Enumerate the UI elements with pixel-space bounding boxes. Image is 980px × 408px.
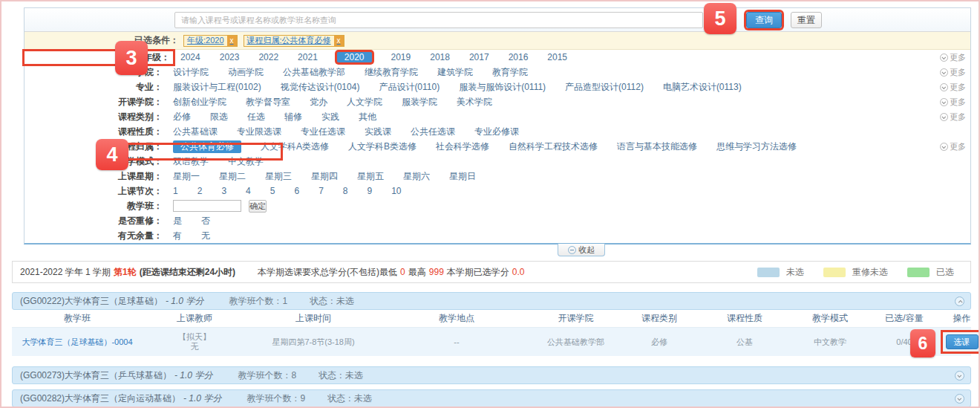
more-link[interactable]: 更多 bbox=[940, 52, 966, 63]
filter-option[interactable]: 必修 bbox=[173, 111, 191, 123]
filter-option[interactable]: 教育学院 bbox=[492, 66, 528, 79]
filter-option[interactable]: 自然科学工程技术选修 bbox=[509, 140, 598, 153]
remove-condition-icon[interactable]: x bbox=[334, 36, 344, 46]
filter-option[interactable]: 思维与学习方法选修 bbox=[716, 140, 797, 153]
filter-option[interactable]: 2024 bbox=[180, 52, 200, 62]
filter-option[interactable]: 其他 bbox=[359, 111, 376, 123]
filter-option[interactable]: 星期二 bbox=[219, 170, 246, 183]
class-name-link[interactable]: 大学体育三（足球基础）-0004 bbox=[22, 337, 132, 346]
condition-tag[interactable]: 年级:2020x bbox=[183, 35, 238, 47]
filter-option[interactable]: 专业限选课 bbox=[237, 126, 281, 138]
filter-option[interactable]: 3 bbox=[221, 186, 226, 196]
filter-panel: 查询 重置 已选条件： 年级:2020x课程归属:公共体育必修x 年级：2024… bbox=[24, 7, 971, 245]
confirm-button[interactable]: 确定 bbox=[249, 200, 267, 213]
query-button[interactable]: 查询 bbox=[746, 12, 782, 28]
search-input[interactable] bbox=[174, 12, 703, 28]
filter-option[interactable]: 视觉传达设计(0104) bbox=[281, 81, 360, 94]
filter-option[interactable]: 2 bbox=[197, 186, 203, 196]
filter-option[interactable]: 服装设计与工程(0102) bbox=[173, 81, 261, 94]
filter-option[interactable]: 实践 bbox=[321, 111, 339, 123]
filter-option[interactable]: 2019 bbox=[391, 52, 411, 62]
filter-option[interactable]: 专业必修课 bbox=[474, 126, 519, 138]
filter-option[interactable]: 公共任选课 bbox=[411, 126, 455, 138]
filter-option[interactable]: 星期五 bbox=[357, 170, 384, 183]
course-section-header[interactable]: (GG00273)大学体育三（乒乓球基础）- 1.0 学分教学班个数：8状态：未… bbox=[12, 366, 971, 384]
teaching-class-input[interactable] bbox=[173, 200, 241, 212]
column-header: 教学模式 bbox=[789, 312, 871, 325]
filter-option[interactable]: 星期六 bbox=[403, 170, 430, 183]
filter-option[interactable]: 公共体育必修 bbox=[173, 140, 241, 153]
filter-option[interactable]: 2021 bbox=[298, 52, 318, 62]
reset-button[interactable]: 重置 bbox=[791, 12, 822, 28]
filter-option[interactable]: 党办 bbox=[310, 96, 327, 109]
filter-option[interactable]: 继续教育学院 bbox=[365, 66, 418, 79]
filter-option[interactable]: 是 bbox=[173, 215, 182, 227]
course-section-credit: - 1.0 学分 bbox=[174, 369, 212, 382]
filter-option[interactable]: 2017 bbox=[469, 52, 489, 62]
filter-option[interactable]: 公共基础教学部 bbox=[283, 66, 345, 79]
filter-option[interactable]: 8 bbox=[343, 186, 348, 196]
filter-option[interactable]: 产品设计(0110) bbox=[379, 81, 440, 94]
filter-option[interactable]: 教学督导室 bbox=[246, 96, 290, 109]
filter-option[interactable]: 5 bbox=[270, 186, 275, 196]
select-course-button[interactable]: 选课 bbox=[946, 334, 979, 349]
filter-option[interactable]: 公共基础课 bbox=[173, 126, 218, 138]
filter-option[interactable]: 星期四 bbox=[311, 170, 338, 183]
filter-option[interactable]: 限选 bbox=[210, 111, 228, 123]
filter-option[interactable]: 有 bbox=[173, 230, 182, 242]
course-section-header[interactable]: (GG00282)大学体育三（定向运动基础）- 1.0 学分教学班个数：9状态：… bbox=[12, 389, 971, 407]
filter-option[interactable]: 2016 bbox=[509, 52, 529, 62]
filter-option[interactable]: 6 bbox=[294, 186, 299, 196]
filter-option[interactable]: 产品造型设计(0112) bbox=[565, 81, 644, 94]
filter-row: 课程类别：必修限选任选辅修实践其他更多 bbox=[24, 109, 970, 124]
filter-option[interactable]: 无 bbox=[201, 230, 210, 242]
condition-tag[interactable]: 课程归属:公共体育必修x bbox=[244, 35, 344, 47]
filter-option[interactable]: 社会科学选修 bbox=[436, 140, 489, 153]
filter-option[interactable]: 实践课 bbox=[365, 126, 391, 138]
filter-option[interactable]: 4 bbox=[246, 186, 251, 196]
more-link[interactable]: 更多 bbox=[940, 111, 966, 123]
filter-option[interactable]: 1 bbox=[173, 186, 178, 196]
filter-option[interactable]: 否 bbox=[201, 215, 210, 227]
filter-row: 教学班：确定 bbox=[24, 198, 970, 213]
filter-option[interactable]: 动画学院 bbox=[228, 66, 264, 79]
filter-option[interactable]: 服装学院 bbox=[402, 96, 437, 109]
more-link[interactable]: 更多 bbox=[940, 67, 966, 78]
remove-condition-icon[interactable]: x bbox=[227, 36, 237, 46]
filter-option[interactable]: 电脑艺术设计(0113) bbox=[663, 81, 742, 94]
filter-option[interactable]: 服装与服饰设计(0111) bbox=[459, 81, 546, 94]
filter-option[interactable]: 中文教学 bbox=[228, 155, 264, 168]
more-link[interactable]: 更多 bbox=[940, 82, 966, 93]
filter-option[interactable]: 辅修 bbox=[284, 111, 302, 123]
filter-option[interactable]: 专业任选课 bbox=[301, 126, 345, 138]
course-section-header[interactable]: (GG00222)大学体育三（足球基础）- 1.0 学分教学班个数：1状态：未选 bbox=[12, 292, 971, 310]
more-link[interactable]: 更多 bbox=[940, 97, 966, 108]
filter-option[interactable]: 星期一 bbox=[173, 170, 200, 183]
filter-option[interactable]: 星期三 bbox=[265, 170, 292, 183]
filter-option[interactable]: 人文学院 bbox=[347, 96, 382, 109]
expand-section-icon[interactable] bbox=[955, 371, 964, 381]
filter-option[interactable]: 2020 bbox=[337, 52, 372, 62]
filter-option[interactable]: 2018 bbox=[430, 52, 450, 62]
filter-option[interactable]: 创新创业学院 bbox=[173, 96, 226, 109]
filter-option[interactable]: 星期日 bbox=[449, 170, 476, 183]
collapse-section-icon[interactable] bbox=[955, 297, 964, 306]
filter-options: 是否 bbox=[173, 215, 970, 227]
filter-option[interactable]: 人文学科B类选修 bbox=[348, 140, 416, 153]
filter-option[interactable]: 9 bbox=[368, 186, 373, 196]
filter-option[interactable]: 2015 bbox=[547, 52, 567, 62]
filter-option[interactable]: 语言与基本技能选修 bbox=[617, 140, 697, 153]
filter-option[interactable]: 设计学院 bbox=[173, 66, 209, 79]
collapse-tab[interactable]: 收起 bbox=[558, 244, 605, 256]
filter-option[interactable]: 任选 bbox=[247, 111, 265, 123]
filter-option[interactable]: 双语教学 bbox=[173, 155, 209, 168]
more-link[interactable]: 更多 bbox=[940, 141, 966, 152]
expand-section-icon[interactable] bbox=[955, 394, 964, 404]
filter-option[interactable]: 10 bbox=[391, 186, 401, 196]
filter-option[interactable]: 美术学院 bbox=[457, 96, 492, 109]
filter-option[interactable]: 2023 bbox=[220, 52, 240, 62]
filter-option[interactable]: 人文学科A类选修 bbox=[261, 140, 329, 153]
filter-option[interactable]: 2022 bbox=[258, 52, 278, 62]
filter-option[interactable]: 7 bbox=[318, 186, 324, 196]
filter-option[interactable]: 建筑学院 bbox=[437, 66, 473, 79]
